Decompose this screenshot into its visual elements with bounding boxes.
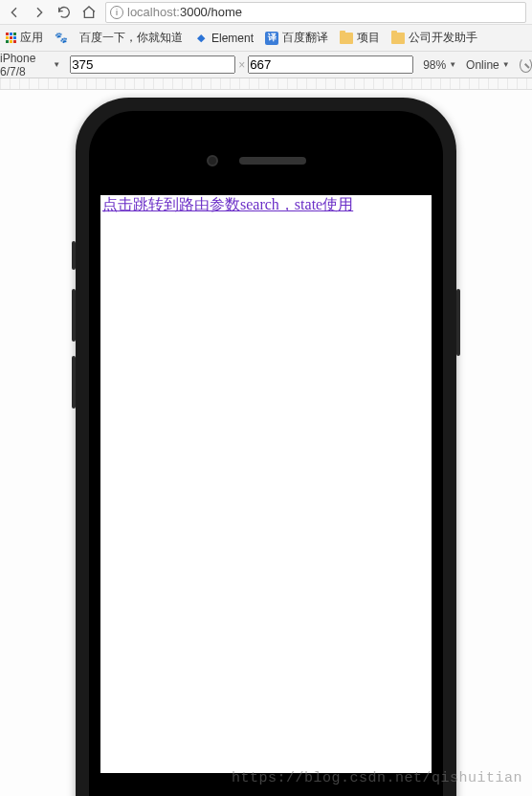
- address-bar[interactable]: i localhost:3000/home: [105, 2, 526, 23]
- zoom-select[interactable]: 98% ▼: [423, 58, 456, 72]
- apps-shortcut[interactable]: 应用: [6, 30, 43, 46]
- folder-icon: [340, 33, 353, 44]
- url-host: localhost:3000/home: [127, 5, 242, 19]
- chevron-down-icon: ▼: [502, 60, 510, 69]
- device-name: iPhone 6/7/8: [0, 52, 50, 78]
- phone-volume-up: [72, 289, 76, 342]
- forward-button[interactable]: [31, 4, 48, 21]
- zoom-value: 98%: [423, 58, 446, 72]
- home-button[interactable]: [80, 4, 98, 21]
- bookmark-label: 项目: [357, 30, 380, 46]
- device-height-input[interactable]: [248, 55, 413, 74]
- bookmark-company-helper[interactable]: 公司开发助手: [391, 30, 477, 46]
- ruler: [0, 78, 532, 90]
- device-screen[interactable]: 点击跳转到路由参数search，state使用: [100, 195, 432, 773]
- translate-icon: 译: [265, 32, 278, 45]
- cube-icon: ◆: [194, 32, 208, 45]
- network-value: Online: [466, 58, 499, 72]
- phone-mute-switch: [72, 241, 76, 270]
- apps-icon: [6, 33, 16, 43]
- device-canvas: 点击跳转到路由参数search，state使用 https://blog.csd…: [0, 90, 532, 796]
- phone-volume-down: [72, 356, 76, 409]
- chevron-down-icon: ▼: [449, 60, 456, 69]
- paw-icon: 🐾: [55, 32, 68, 45]
- phone-power-button: [456, 289, 460, 356]
- bookmark-label: 公司开发助手: [409, 30, 477, 46]
- device-width-input[interactable]: [70, 55, 235, 74]
- route-params-link[interactable]: 点击跳转到路由参数search，state使用: [100, 195, 353, 212]
- bookmark-label: 百度一下，你就知道: [79, 30, 183, 46]
- bookmark-translate[interactable]: 译 百度翻译: [265, 30, 328, 46]
- folder-icon: [391, 33, 405, 44]
- dimension-separator: ×: [238, 58, 245, 72]
- bookmark-baidu-paw[interactable]: 🐾: [55, 32, 68, 45]
- phone-speaker: [239, 157, 306, 165]
- back-button[interactable]: [6, 4, 23, 21]
- bookmark-element[interactable]: ◆ Element: [194, 32, 254, 45]
- device-size: ×: [70, 55, 413, 74]
- chevron-down-icon: ▼: [53, 60, 60, 69]
- bookmark-label: Element: [211, 32, 254, 45]
- phone-camera: [207, 155, 218, 166]
- devtools-device-bar: iPhone 6/7/8 ▼ × 98% ▼ Online ▼: [0, 52, 532, 78]
- site-info-icon[interactable]: i: [110, 6, 123, 19]
- reload-button[interactable]: [55, 4, 73, 21]
- device-select[interactable]: iPhone 6/7/8 ▼: [0, 52, 60, 78]
- bookmark-baidu[interactable]: 百度一下，你就知道: [79, 30, 183, 46]
- bookmark-project[interactable]: 项目: [340, 30, 380, 46]
- rotate-device-button[interactable]: [520, 57, 532, 73]
- device-frame: 点击跳转到路由参数search，state使用: [76, 98, 456, 796]
- apps-label: 应用: [20, 30, 43, 46]
- bookmark-label: 百度翻译: [282, 30, 328, 46]
- network-throttle-select[interactable]: Online ▼: [466, 58, 510, 72]
- bookmarks-bar: 应用 🐾 百度一下，你就知道 ◆ Element 译 百度翻译 项目 公司开发助…: [0, 25, 532, 52]
